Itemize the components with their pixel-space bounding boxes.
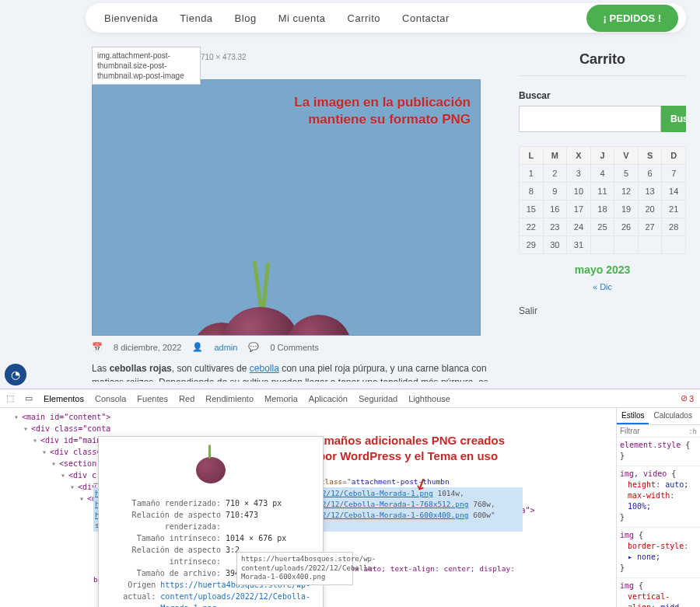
orders-button[interactable]: ¡ PEDIDOS ! — [586, 5, 678, 32]
calendar-day[interactable]: 13 — [638, 183, 662, 201]
url-tooltip: https://huerta4bosques.store/wp-content/… — [236, 552, 353, 585]
calendar-dow: D — [662, 147, 686, 165]
device-icon[interactable]: ▭ — [25, 393, 33, 403]
calendar-day[interactable]: 17 — [567, 201, 591, 218]
elements-tree[interactable]: ▾<main id="content"> ▾<div class="conta … — [0, 408, 616, 607]
post-date: 8 diciembre, 2022 — [114, 343, 181, 352]
style-rule[interactable]: img {border-style: ▸ none;} — [617, 528, 700, 578]
calendar-day[interactable]: 4 — [590, 165, 614, 183]
error-badge[interactable]: ⊘ 3 — [681, 393, 694, 403]
calendar-month: mayo 2023 — [519, 263, 686, 276]
search-button[interactable]: Buscar — [661, 106, 686, 132]
inspect-tooltip-dim: 710 × 473.32 — [201, 53, 247, 61]
devtools-tab[interactable]: Seguridad — [359, 394, 397, 403]
calendar-dow: L — [520, 147, 544, 165]
calendar-day[interactable]: 9 — [543, 183, 567, 201]
nav-item[interactable]: Carrito — [337, 8, 392, 29]
calendar-dow: M — [543, 147, 567, 165]
calendar-prev-link[interactable]: « Dic — [519, 282, 686, 291]
calendar-day[interactable]: 2 — [543, 165, 567, 183]
calendar-day[interactable]: 26 — [614, 218, 639, 236]
calendar-day[interactable]: 5 — [614, 165, 639, 183]
calendar-day[interactable]: 3 — [567, 165, 591, 183]
nav-menu: Bienvenida Tienda Blog Mi cuenta Carrito… — [93, 8, 460, 29]
query-monitor-icon[interactable]: ◔ — [5, 364, 26, 385]
calendar-day[interactable]: 19 — [614, 201, 639, 218]
calendar-day[interactable]: 15 — [520, 201, 544, 218]
calendar-dow: J — [590, 147, 614, 165]
main-column: img.attachment-post-thumbnail.size-post-… — [92, 47, 495, 382]
styles-panel: Estilos Calculados Di :h element.style {… — [616, 408, 700, 607]
comment-icon: 💬 — [248, 342, 259, 352]
calendar-day[interactable]: 29 — [520, 236, 544, 254]
nav-item[interactable]: Tienda — [169, 8, 223, 29]
calendar-dow: V — [614, 147, 639, 165]
devtools-tabs: ⬚ ▭ Elementos Consola Fuentes Red Rendim… — [0, 389, 700, 408]
calendar-day[interactable]: 24 — [567, 218, 591, 236]
style-rule[interactable]: img, video {height: auto;max-width: 100%… — [617, 466, 700, 528]
calendar-dow: X — [567, 147, 591, 165]
top-navbar: Bienvenida Tienda Blog Mi cuenta Carrito… — [86, 3, 686, 33]
devtools-tab[interactable]: Red — [179, 394, 194, 403]
calendar-day[interactable]: 23 — [543, 218, 567, 236]
hover-thumbnail — [105, 443, 317, 497]
logout-link[interactable]: Salir — [519, 305, 686, 316]
style-rule[interactable]: element.style {} — [617, 438, 700, 466]
calendar-day[interactable]: 12 — [614, 183, 639, 201]
styles-tab[interactable]: Estilos — [617, 408, 649, 424]
styles-tab[interactable]: Di — [697, 408, 700, 424]
inspect-tooltip: img.attachment-post-thumbnail.size-post-… — [92, 47, 201, 85]
post-comments: 0 Comments — [270, 343, 318, 352]
calendar-day[interactable]: 30 — [543, 236, 567, 254]
post-thumbnail[interactable]: La imagen en la publicación mantiene su … — [92, 79, 481, 336]
calendar-day[interactable]: 20 — [638, 201, 662, 218]
devtools-tab[interactable]: Lighthouse — [408, 394, 450, 403]
calendar-day[interactable]: 16 — [543, 201, 567, 218]
nav-item[interactable]: Mi cuenta — [268, 8, 337, 29]
calendar-day[interactable]: 18 — [590, 201, 614, 218]
calendar-day — [614, 236, 639, 254]
nav-item[interactable]: Bienvenida — [93, 8, 169, 29]
devtools-tab[interactable]: Fuentes — [137, 394, 168, 403]
calendar-day[interactable]: 6 — [638, 165, 662, 183]
devtools-tab[interactable]: Consola — [95, 394, 126, 403]
devtools-tab[interactable]: Memoria — [264, 394, 298, 403]
search-input[interactable] — [519, 106, 661, 132]
post-excerpt: Las cebollas rojas, son cultivares de ce… — [92, 361, 495, 382]
devtools-panel: ⬚ ▭ Elementos Consola Fuentes Red Rendim… — [0, 389, 700, 607]
calendar-day — [662, 236, 686, 254]
search-label: Buscar — [519, 90, 686, 101]
calendar-day[interactable]: 7 — [662, 165, 686, 183]
calendar-day — [638, 236, 662, 254]
sidebar-title: Carrito — [519, 47, 686, 76]
calendar-day[interactable]: 27 — [638, 218, 662, 236]
calendar-dow: S — [638, 147, 662, 165]
calendar-day[interactable]: 21 — [662, 201, 686, 218]
calendar-icon: 📅 — [92, 342, 103, 352]
post-meta: 📅 8 diciembre, 2022 👤 admin 💬 0 Comments — [92, 342, 495, 352]
calendar-day[interactable]: 1 — [520, 165, 544, 183]
calendar-day[interactable]: 22 — [520, 218, 544, 236]
nav-item[interactable]: Contactar — [391, 8, 460, 29]
calendar-day[interactable]: 8 — [520, 183, 544, 201]
user-icon: 👤 — [192, 342, 203, 352]
devtools-tab[interactable]: Elementos — [44, 394, 84, 403]
calendar-day — [590, 236, 614, 254]
style-rule[interactable]: img {vertical-align: midd} — [617, 578, 700, 607]
devtools-tab[interactable]: Rendimiento — [205, 394, 254, 403]
devtools-tab[interactable]: Aplicación — [309, 394, 348, 403]
calendar-day[interactable]: 28 — [662, 218, 686, 236]
nav-item[interactable]: Blog — [224, 8, 268, 29]
calendar-day[interactable]: 11 — [590, 183, 614, 201]
inspect-icon[interactable]: ⬚ — [6, 393, 14, 403]
excerpt-link[interactable]: cebolla — [250, 363, 279, 374]
calendar-day[interactable]: 25 — [590, 218, 614, 236]
calendar-day[interactable]: 14 — [662, 183, 686, 201]
post-author-link[interactable]: admin — [214, 343, 237, 352]
hov-toggle[interactable]: :h — [688, 427, 697, 435]
styles-filter-input[interactable] — [620, 427, 659, 435]
styles-tab[interactable]: Calculados — [649, 408, 696, 424]
annotation-overlay: La imagen en la publicación mantiene su … — [294, 94, 471, 128]
calendar-day[interactable]: 10 — [567, 183, 591, 201]
calendar-day[interactable]: 31 — [567, 236, 591, 254]
